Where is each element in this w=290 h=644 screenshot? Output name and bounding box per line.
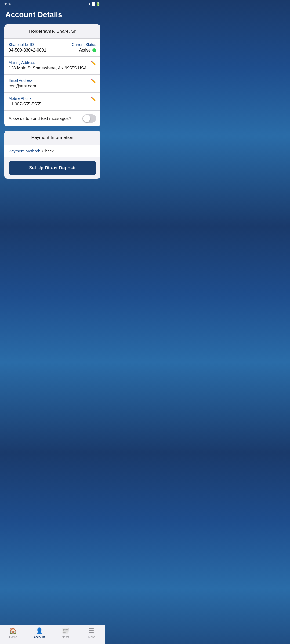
- current-status-label: Current Status: [72, 42, 96, 47]
- shareholder-id-section: Shareholder ID 04-509-33042-0001: [9, 42, 46, 53]
- payment-info-header: Payment Information: [4, 131, 100, 145]
- holder-name: Holdername, Share, Sr: [4, 24, 100, 39]
- shareholder-id-label: Shareholder ID: [9, 42, 46, 47]
- shareholder-status-row: Shareholder ID 04-509-33042-0001 Current…: [4, 39, 100, 57]
- status-value: Active: [79, 48, 91, 53]
- payment-method-value: Check: [42, 149, 54, 153]
- text-message-toggle-row: Allow us to send text messages?: [4, 111, 100, 126]
- status-dot-icon: [92, 48, 96, 52]
- current-status-section: Current Status Active: [72, 42, 96, 53]
- payment-info-card: Payment Information Payment Method: Chec…: [4, 131, 100, 179]
- page-title: Account Details: [0, 7, 105, 24]
- email-address-value: test@test.com: [9, 84, 96, 89]
- payment-method-row: Payment Method: Check: [4, 145, 100, 157]
- mailing-address-value: 123 Main St Somewhere, AK 99555 USA: [9, 66, 96, 71]
- signal-icon: ▊: [92, 2, 95, 6]
- mobile-phone-row: Mobile Phone +1 907-555-5555 ✏️: [4, 93, 100, 111]
- status-active-row: Active: [72, 48, 96, 53]
- mailing-address-label: Mailing Address: [9, 60, 96, 65]
- email-address-row: Email Address test@test.com ✏️: [4, 75, 100, 93]
- mailing-address-edit-icon[interactable]: ✏️: [91, 60, 96, 65]
- text-message-label: Allow us to send text messages?: [9, 116, 71, 121]
- status-bar: 1:56 ▲ ▊ 🔋: [0, 0, 105, 7]
- status-icons: ▲ ▊ 🔋: [88, 2, 100, 6]
- email-address-edit-icon[interactable]: ✏️: [91, 78, 96, 83]
- mobile-phone-value: +1 907-555-5555: [9, 102, 96, 107]
- account-details-card: Holdername, Share, Sr Shareholder ID 04-…: [4, 24, 100, 126]
- shareholder-id-value: 04-509-33042-0001: [9, 48, 46, 53]
- text-message-toggle[interactable]: [82, 114, 96, 123]
- mailing-address-row: Mailing Address 123 Main St Somewhere, A…: [4, 57, 100, 75]
- direct-deposit-button[interactable]: Set Up Direct Deposit: [9, 161, 96, 175]
- wifi-icon: ▲: [88, 2, 91, 6]
- status-time: 1:56: [4, 2, 11, 6]
- mobile-phone-label: Mobile Phone: [9, 96, 96, 101]
- battery-icon: 🔋: [96, 2, 100, 6]
- toggle-knob: [83, 115, 90, 122]
- email-address-label: Email Address: [9, 78, 96, 83]
- payment-method-label: Payment Method:: [9, 149, 40, 153]
- mobile-phone-edit-icon[interactable]: ✏️: [91, 96, 96, 101]
